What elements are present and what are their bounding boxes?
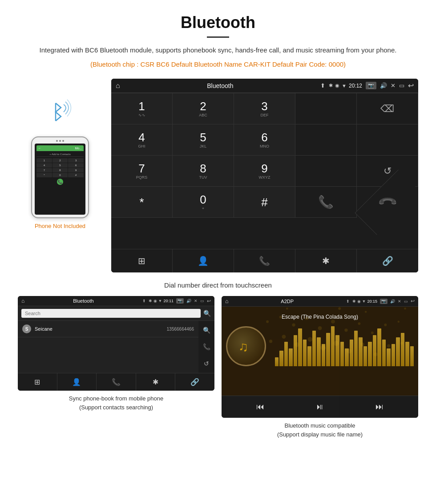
dial-key-5[interactable]: 5 JKL xyxy=(173,124,234,156)
music-time: 20:15 xyxy=(367,299,377,304)
pb-side-call-icon[interactable]: 📞 xyxy=(203,343,210,350)
phone-key-7[interactable]: 7 xyxy=(36,168,52,172)
pb-nav-link[interactable]: 🔗 xyxy=(175,373,214,391)
nav-dialpad-icon[interactable]: ⊞ xyxy=(111,249,173,272)
music-status-icons: ✱ ◉ ▼ 20:15 xyxy=(352,299,377,304)
pb-contact-avatar: S xyxy=(22,324,31,333)
phone-key-1[interactable]: 1 xyxy=(36,158,52,163)
dial-key-4[interactable]: 4 GHI xyxy=(111,124,173,156)
pb-nav-phone[interactable]: 📞 xyxy=(97,373,136,391)
dial-letters: WXYZ xyxy=(259,175,270,180)
dial-call-button[interactable]: 📞 xyxy=(295,187,357,218)
title-divider xyxy=(207,36,229,38)
dial-number: 3 xyxy=(261,100,267,112)
phone-key-2[interactable]: 2 xyxy=(52,158,68,163)
phone-key-3[interactable]: 3 xyxy=(68,158,84,163)
phone-key-hash[interactable]: # xyxy=(68,173,84,177)
phone-key-4[interactable]: 4 xyxy=(36,163,52,168)
music-play-pause-button[interactable]: ⏯ xyxy=(311,400,328,413)
eq-bar xyxy=(298,328,302,366)
svg-point-19 xyxy=(331,320,335,324)
dial-letters: TUV xyxy=(199,175,207,180)
phone-key-0[interactable]: 0 xyxy=(52,173,68,177)
window-icon[interactable]: ▭ xyxy=(399,82,404,89)
pb-statusbar: ⌂ Bluetooth ⬆ ✱ ◉ ▼ 20:11 📷 🔊 ✕ ▭ ↩ xyxy=(18,296,214,306)
nav-bluetooth-icon[interactable]: ✱ xyxy=(295,249,357,272)
home-icon[interactable]: ⌂ xyxy=(116,82,120,90)
music-vol-icon[interactable]: 🔊 xyxy=(390,299,395,304)
pb-loc-icon: ◉ xyxy=(153,299,157,303)
eq-bar xyxy=(335,335,339,366)
dial-number: 9 xyxy=(261,163,267,174)
pb-usb-icon: ⬆ xyxy=(142,299,146,303)
pb-home-icon[interactable]: ⌂ xyxy=(21,298,24,304)
phone-key-5[interactable]: 5 xyxy=(52,163,68,168)
eq-bar xyxy=(289,348,292,366)
music-controls: ⏮ ⏯ ⏭ xyxy=(222,396,418,418)
eq-bar xyxy=(312,331,316,366)
music-win-icon[interactable]: ▭ xyxy=(404,299,408,304)
dial-key-hash[interactable]: # xyxy=(234,187,295,218)
phone-call-button[interactable]: 📞 xyxy=(57,179,63,185)
nav-contacts-icon[interactable]: 👤 xyxy=(173,249,234,272)
pb-contact-row[interactable]: S Seicane 13566664466 xyxy=(18,321,198,337)
pb-side-refresh-icon[interactable]: ↺ xyxy=(204,360,209,367)
music-usb-icon: ⬆ xyxy=(346,299,350,304)
eq-bar xyxy=(284,342,288,366)
dial-key-8[interactable]: 8 TUV xyxy=(173,156,234,187)
music-caption: Bluetooth music compatible(Support displ… xyxy=(277,421,363,439)
dial-display-area xyxy=(295,93,357,124)
dial-statusbar: ⌂ Bluetooth ⬆ ✱ ◉ ▼ 20:12 📷 🔊 ✕ ▭ ↩ xyxy=(111,79,418,93)
pb-status-icons: ✱ ◉ ▼ 20:11 xyxy=(149,299,174,303)
eq-bar xyxy=(303,340,307,366)
pb-contact-number: 13566664466 xyxy=(167,327,194,332)
music-home-icon[interactable]: ⌂ xyxy=(225,298,229,304)
dial-key-7[interactable]: 7 PQRS xyxy=(111,156,173,187)
pb-nav-contacts[interactable]: 👤 xyxy=(57,373,97,391)
dial-screen: ⌂ Bluetooth ⬆ ✱ ◉ ▼ 20:12 📷 🔊 ✕ ▭ ↩ xyxy=(111,79,418,272)
dial-number: 0 xyxy=(200,194,206,205)
dial-key-0[interactable]: 0 + xyxy=(173,187,234,218)
dial-key-3[interactable]: 3 DEF xyxy=(234,93,295,124)
dial-key-1[interactable]: 1 ∿∿ xyxy=(111,93,173,124)
pb-nav-bluetooth[interactable]: ✱ xyxy=(136,373,176,391)
dial-key-2[interactable]: 2 ABC xyxy=(173,93,234,124)
music-close-icon[interactable]: ✕ xyxy=(398,299,401,304)
pb-empty-area xyxy=(18,337,198,373)
phone-dialpad: 1 2 3 4 5 6 7 8 9 * 0 # xyxy=(36,158,84,177)
phone-add-contact: + Add to Contacts xyxy=(36,152,84,157)
dial-number: 8 xyxy=(200,163,206,174)
pb-side-search-icon[interactable]: 🔍 xyxy=(203,327,210,334)
pb-time: 20:11 xyxy=(163,299,174,303)
location-status-icon: ◉ xyxy=(335,83,339,88)
eq-bar xyxy=(294,335,297,366)
volume-icon[interactable]: 🔊 xyxy=(380,82,387,89)
dial-letters: GHI xyxy=(138,144,145,148)
phone-key-star[interactable]: * xyxy=(36,173,52,177)
pb-search-icon[interactable]: 🔍 xyxy=(203,310,211,317)
pb-wifi-icon: ▼ xyxy=(158,299,162,303)
phone-key-6[interactable]: 6 xyxy=(68,163,84,168)
music-back-icon[interactable]: ↩ xyxy=(411,298,415,304)
music-prev-button[interactable]: ⏮ xyxy=(252,400,269,413)
dial-backspace[interactable]: ⌫ xyxy=(357,93,418,124)
dial-key-star[interactable]: * xyxy=(111,187,173,218)
pb-close-icon[interactable]: ✕ xyxy=(194,299,198,303)
back-icon[interactable]: ↩ xyxy=(408,81,414,90)
phone-key-9[interactable]: 9 xyxy=(68,168,84,172)
pb-vol-icon[interactable]: 🔊 xyxy=(186,299,191,303)
nav-link-icon[interactable]: 🔗 xyxy=(357,249,418,272)
status-icons: ✱ ◉ ▼ 20:12 xyxy=(329,83,362,89)
phonebook-caption-text: Sync phone-book from mobile phone(Suppor… xyxy=(69,395,163,411)
close-icon[interactable]: ✕ xyxy=(391,82,396,89)
dial-key-6[interactable]: 6 MNO xyxy=(234,124,295,156)
pb-nav-dialpad[interactable]: ⊞ xyxy=(18,373,57,391)
pb-search-input[interactable] xyxy=(21,309,201,318)
pb-win-icon[interactable]: ▭ xyxy=(200,299,204,303)
pb-back-icon[interactable]: ↩ xyxy=(207,298,211,304)
phone-key-8[interactable]: 8 xyxy=(52,168,68,172)
music-next-button[interactable]: ⏭ xyxy=(371,400,388,413)
nav-phone-icon[interactable]: 📞 xyxy=(234,249,295,272)
dial-key-9[interactable]: 9 WXYZ xyxy=(234,156,295,187)
camera-icon-box: 📷 xyxy=(366,82,376,89)
